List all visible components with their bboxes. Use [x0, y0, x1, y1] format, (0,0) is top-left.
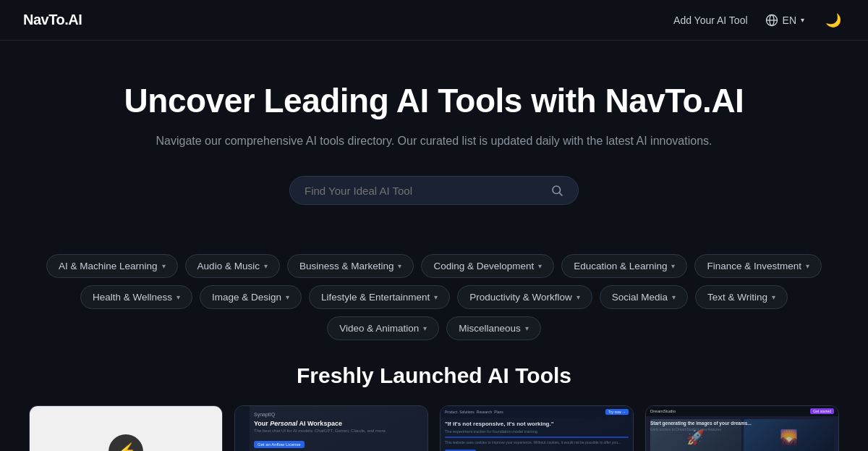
- dark-mode-toggle[interactable]: 🌙: [822, 9, 845, 32]
- category-chevron-icon-productivity-workflow: ▾: [576, 293, 580, 301]
- svg-line-4: [559, 193, 562, 196]
- category-pill-lifestyle-entertainment[interactable]: Lifestyle & Entertainment▾: [309, 285, 450, 309]
- card-2-headline: Your Personal AI Workspace: [254, 420, 423, 427]
- freshly-title: Freshly Launched AI Tools: [29, 363, 839, 388]
- card-2-content: SynaptIQ Your Personal AI Workspace The …: [235, 406, 427, 451]
- category-chevron-icon-lifestyle-entertainment: ▾: [434, 293, 438, 301]
- category-pill-health-wellness[interactable]: Health & Wellness▾: [80, 285, 192, 309]
- category-label-finance-investment: Finance & Investment: [707, 261, 801, 271]
- categories-container: AI & Machine Learning▾Audio & Music▾Busi…: [0, 254, 868, 340]
- tool-cards-grid: ⚡ SynaptIQ Your Personal AI Workspace Th…: [29, 405, 839, 451]
- category-chevron-icon-video-animation: ▾: [423, 324, 427, 332]
- category-pill-ai-ml[interactable]: AI & Machine Learning▾: [46, 254, 178, 278]
- card-3-subtext: The experiment tracker for foundation mo…: [445, 429, 629, 434]
- category-label-text-writing: Text & Writing: [707, 292, 767, 303]
- category-pill-social-media[interactable]: Social Media▾: [600, 285, 688, 309]
- category-pill-business-marketing[interactable]: Business & Marketing▾: [287, 254, 414, 278]
- logo[interactable]: NavTo.AI: [23, 12, 82, 28]
- moon-icon: 🌙: [825, 12, 841, 28]
- card-2-sidebar: [235, 406, 250, 451]
- lang-label: EN: [783, 14, 796, 26]
- card-4-content: DreamStudio Get started 🚀 🌄 🎨 🖼️: [646, 406, 838, 451]
- card-4-text: Start generating the images of your drea…: [650, 421, 834, 431]
- category-label-lifestyle-entertainment: Lifestyle & Entertainment: [321, 292, 430, 303]
- category-pill-text-writing[interactable]: Text & Writing▾: [695, 285, 788, 309]
- category-chevron-icon-business-marketing: ▾: [398, 262, 401, 270]
- card-3-cta: Try now →: [605, 409, 629, 415]
- category-label-social-media: Social Media: [612, 292, 668, 303]
- card-1-logo: ⚡: [109, 434, 143, 451]
- category-label-business-marketing: Business & Marketing: [299, 261, 394, 271]
- search-box: [289, 176, 579, 205]
- add-tool-link[interactable]: Add Your AI Tool: [673, 14, 748, 26]
- search-input[interactable]: [305, 185, 543, 197]
- category-chevron-icon-social-media: ▾: [672, 293, 676, 301]
- category-label-audio-music: Audio & Music: [197, 261, 260, 271]
- category-label-miscellaneous: Miscellaneous: [459, 323, 521, 334]
- tool-card-2[interactable]: SynaptIQ Your Personal AI Workspace The …: [234, 405, 428, 451]
- navbar-right: Add Your AI Tool EN ▾ 🌙: [673, 9, 845, 32]
- tool-card-1[interactable]: ⚡: [29, 405, 223, 451]
- category-label-video-animation: Video & Animation: [339, 323, 419, 334]
- card-4-brand: DreamStudio: [650, 409, 676, 413]
- category-label-productivity-workflow: Productivity & Workflow: [469, 292, 572, 303]
- search-icon: [550, 184, 563, 197]
- category-chevron-icon-coding-development: ▾: [538, 262, 542, 270]
- card-4-topbar: DreamStudio Get started: [646, 406, 838, 416]
- language-selector[interactable]: EN ▾: [765, 14, 804, 27]
- card-3-headline: "If it's not responsive, it's not workin…: [445, 421, 629, 427]
- card-3-topbar: Product Solutions Research Plans Try now…: [441, 406, 633, 418]
- svg-point-3: [553, 186, 561, 194]
- category-pill-coding-development[interactable]: Coding & Development▾: [421, 254, 554, 278]
- category-pill-productivity-workflow[interactable]: Productivity & Workflow▾: [457, 285, 592, 309]
- search-button[interactable]: [550, 184, 563, 197]
- category-pill-finance-investment[interactable]: Finance & Investment▾: [694, 254, 822, 278]
- card-3-content: Product Solutions Research Plans Try now…: [441, 406, 633, 451]
- card-1-icon: ⚡: [116, 442, 136, 451]
- card-2-desc: The best chat UI for AI models: ChatGPT,…: [254, 429, 423, 433]
- category-chevron-icon-audio-music: ▾: [264, 262, 268, 270]
- category-label-education-learning: Education & Learning: [574, 261, 667, 271]
- lang-chevron-icon: ▾: [801, 16, 804, 24]
- card-4-cta: Get started: [810, 408, 834, 414]
- hero-section: Uncover Leading AI Tools with NavTo.AI N…: [0, 41, 868, 254]
- category-chevron-icon-finance-investment: ▾: [806, 262, 809, 270]
- hero-subtitle: Navigate our comprehensive AI tools dire…: [29, 132, 839, 150]
- category-chevron-icon-education-learning: ▾: [671, 262, 675, 270]
- card-1-content: ⚡: [30, 406, 222, 451]
- card-3-bar: [445, 437, 629, 438]
- category-pill-image-design[interactable]: Image & Design▾: [200, 285, 302, 309]
- tool-card-3[interactable]: Product Solutions Research Plans Try now…: [440, 405, 634, 451]
- card-4-headline: Start generating the images of your drea…: [650, 421, 834, 426]
- card-3-note: This website uses cookies to improve you…: [445, 440, 629, 444]
- category-pill-video-animation[interactable]: Video & Animation▾: [327, 316, 439, 340]
- tool-card-4[interactable]: DreamStudio Get started 🚀 🌄 🎨 🖼️: [645, 405, 839, 451]
- category-chevron-icon-ai-ml: ▾: [162, 262, 166, 270]
- category-chevron-icon-text-writing: ▾: [772, 293, 775, 301]
- category-label-ai-ml: AI & Machine Learning: [59, 261, 158, 271]
- navbar: NavTo.AI Add Your AI Tool EN ▾ 🌙: [0, 0, 868, 41]
- hero-title: Uncover Leading AI Tools with NavTo.AI: [29, 81, 839, 121]
- card-2-top-label: SynaptIQ: [254, 412, 423, 417]
- category-pill-audio-music[interactable]: Audio & Music▾: [185, 254, 280, 278]
- globe-icon: [765, 14, 778, 27]
- freshly-section: Freshly Launched AI Tools ⚡ SynaptIQ You…: [0, 363, 868, 451]
- card-3-body: "If it's not responsive, it's not workin…: [445, 421, 629, 451]
- category-pill-education-learning[interactable]: Education & Learning▾: [561, 254, 687, 278]
- category-chevron-icon-image-design: ▾: [286, 293, 289, 301]
- search-container: [29, 176, 839, 205]
- card-2-cta: Get an Anflow License: [254, 441, 305, 448]
- category-label-coding-development: Coding & Development: [433, 261, 534, 271]
- category-label-health-wellness: Health & Wellness: [93, 292, 172, 303]
- category-chevron-icon-health-wellness: ▾: [176, 293, 180, 301]
- category-chevron-icon-miscellaneous: ▾: [525, 324, 529, 332]
- category-label-image-design: Image & Design: [212, 292, 281, 303]
- card-4-sub: Early access to DreamStudio's new featur…: [650, 427, 834, 431]
- category-pill-miscellaneous[interactable]: Miscellaneous▾: [446, 316, 541, 340]
- card-3-nav-items: Product Solutions Research Plans: [445, 410, 503, 414]
